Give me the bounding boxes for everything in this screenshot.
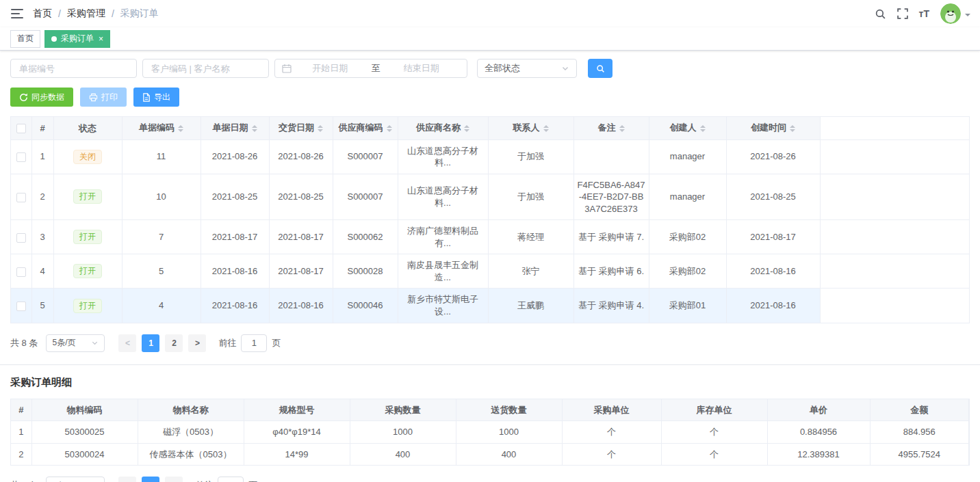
sort-icon[interactable] [619, 122, 625, 135]
col-supplier-code[interactable]: 供应商编码 [333, 117, 398, 139]
cell-status: 关闭 [53, 139, 122, 174]
col-contact[interactable]: 联系人 [488, 117, 573, 139]
cell-remark: 基于 采购申请 7. [573, 220, 649, 254]
order-row[interactable]: 4打开52021-08-162021-08-17S000028南皮县晟丰五金制造… [11, 254, 969, 289]
breadcrumb-purchase-mgmt[interactable]: 采购管理 [67, 8, 105, 20]
user-menu[interactable] [940, 3, 970, 24]
sort-icon[interactable] [790, 122, 795, 135]
col-creator[interactable]: 创建人 [649, 117, 726, 139]
cell-supplier-code: S000046 [333, 289, 398, 323]
next-page-button[interactable]: > [188, 334, 206, 352]
row-checkbox[interactable] [16, 267, 26, 277]
hamburger-menu-icon[interactable] [0, 9, 33, 18]
col-delivery-date[interactable]: 交货日期 [269, 117, 333, 139]
tab-label: 采购订单 [61, 33, 94, 44]
page-button-2[interactable]: 2 [165, 334, 183, 352]
cell-amount: 4955.7524 [870, 443, 969, 465]
page-button-1[interactable]: 1 [142, 477, 159, 482]
sort-icon[interactable] [464, 122, 469, 135]
cell-supplier-name: 山东道恩高分子材料... [398, 139, 488, 174]
select-all-checkbox[interactable] [16, 124, 26, 133]
avatar[interactable] [940, 3, 961, 24]
status-select[interactable]: 全部状态 [477, 59, 577, 78]
goto-page-input[interactable] [241, 334, 267, 352]
goto-page-input[interactable] [218, 477, 244, 482]
order-row[interactable]: 2打开102021-08-252021-08-25S000007山东道恩高分子材… [11, 174, 969, 220]
detail-row[interactable]: 150300025磁浮（0503）φ40*φ19*1410001000个个0.8… [11, 421, 969, 444]
page-size-value: 5条/页 [52, 337, 75, 349]
cell-doc-code: 11 [122, 139, 201, 174]
cell-contact: 王威鹏 [488, 289, 573, 323]
search-icon [596, 64, 605, 73]
sync-data-button[interactable]: 同步数据 [10, 88, 73, 107]
tab-purchase-order[interactable]: 采购订单 × [44, 30, 110, 48]
row-checkbox[interactable] [16, 302, 26, 311]
order-row[interactable]: 3打开72021-08-172021-08-17S000062济南广德塑料制品有… [11, 220, 969, 254]
cell-delivery-date: 2021-08-16 [269, 289, 333, 323]
col-supplier-name[interactable]: 供应商名称 [398, 117, 488, 139]
col-doc-code[interactable]: 单据编码 [122, 117, 201, 139]
detail-pagination: 共 2 条 5条/页 < 1 > 前往 页 [10, 477, 970, 482]
row-checkbox[interactable] [16, 233, 26, 243]
cell-doc-date: 2021-08-25 [201, 174, 269, 220]
sort-icon[interactable] [700, 122, 706, 135]
cell-index: 2 [11, 443, 31, 465]
section-divider [0, 364, 980, 365]
sort-icon[interactable] [543, 122, 549, 135]
cell-supplier-name: 新乡市特艾斯电子设... [398, 289, 488, 323]
font-size-icon[interactable]: тT [919, 8, 929, 19]
page-button-1[interactable]: 1 [142, 334, 159, 352]
order-row[interactable]: 1关闭112021-08-262021-08-26S000007山东道恩高分子材… [11, 139, 969, 174]
col-create-time[interactable]: 创建时间 [726, 117, 820, 139]
cell-doc-code: 4 [122, 289, 201, 323]
row-checkbox[interactable] [16, 152, 26, 162]
chevron-down-icon[interactable] [965, 14, 970, 19]
document-icon [142, 93, 151, 102]
chevron-down-icon [91, 339, 99, 347]
fullscreen-icon[interactable] [897, 8, 908, 19]
orders-pagination: 共 8 条 5条/页 < 12 > 前往 页 [10, 334, 970, 352]
start-date-placeholder[interactable]: 开始日期 [292, 62, 369, 75]
sort-icon[interactable] [252, 122, 257, 135]
status-tag: 打开 [73, 264, 102, 278]
status-select-value: 全部状态 [485, 62, 520, 75]
col-remark[interactable]: 备注 [573, 117, 649, 139]
prev-page-button[interactable]: < [118, 334, 136, 352]
search-button[interactable] [588, 59, 612, 78]
sort-icon[interactable] [387, 122, 392, 135]
row-filler [820, 289, 969, 323]
cell-doc-code: 7 [122, 220, 201, 254]
col-doc-date[interactable]: 单据日期 [201, 117, 269, 139]
cell-amount: 884.956 [870, 421, 969, 444]
sort-icon[interactable] [178, 122, 183, 135]
detail-row[interactable]: 250300024传感器本体（0503）14*99400400个个12.3893… [11, 443, 969, 465]
doc-no-input[interactable] [10, 59, 137, 78]
cell-delivery-qty: 400 [456, 443, 562, 465]
customer-input[interactable] [142, 59, 269, 78]
page-size-select[interactable]: 5条/页 [46, 334, 105, 352]
close-icon[interactable]: × [99, 35, 103, 43]
breadcrumb-current: 采购订单 [120, 8, 159, 20]
page-size-select[interactable]: 5条/页 [46, 477, 105, 482]
date-range-picker[interactable]: 开始日期 至 结束日期 [274, 59, 467, 78]
search-icon[interactable] [875, 8, 886, 20]
cell-contact: 于加强 [488, 139, 573, 174]
cell-supplier-name: 济南广德塑料制品有... [398, 220, 488, 254]
cell-doc-date: 2021-08-16 [201, 289, 269, 323]
breadcrumb-home[interactable]: 首页 [33, 8, 52, 20]
export-button[interactable]: 导出 [133, 88, 179, 107]
col-amount: 金额 [870, 399, 969, 421]
prev-page-button[interactable]: < [118, 477, 136, 482]
cell-supplier-code: S000007 [333, 174, 398, 220]
sort-icon[interactable] [318, 122, 323, 135]
page-unit-label: 页 [272, 337, 281, 349]
date-range-separator: 至 [369, 62, 383, 75]
tab-home[interactable]: 首页 [10, 30, 40, 48]
row-filler [820, 220, 969, 254]
cell-checkbox [11, 174, 31, 220]
order-row[interactable]: 5打开42021-08-162021-08-16S000046新乡市特艾斯电子设… [11, 289, 969, 323]
end-date-placeholder[interactable]: 结束日期 [383, 62, 461, 75]
print-button[interactable]: 打印 [80, 88, 127, 107]
row-checkbox[interactable] [16, 193, 26, 202]
next-page-button[interactable]: > [165, 477, 183, 482]
